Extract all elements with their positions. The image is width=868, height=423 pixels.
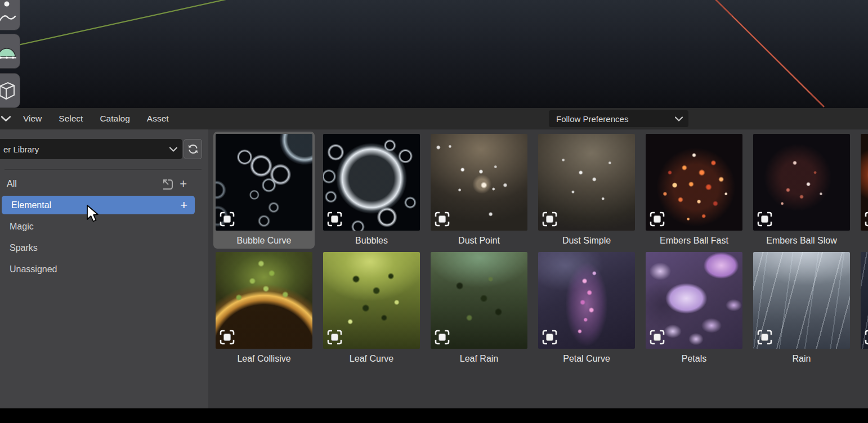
asset-tile-bubble-curve[interactable]: Bubble Curve [213, 132, 315, 249]
object-type-badge-icon [220, 212, 235, 227]
catalog-row-icons: + [180, 196, 187, 214]
asset-browser-main: er Library All + Elemental + Magic [0, 129, 868, 408]
asset-name [861, 231, 868, 246]
object-type-badge-icon [542, 212, 557, 227]
refresh-icon [187, 143, 199, 155]
plus-icon[interactable]: + [180, 178, 187, 190]
asset-thumbnail[interactable] [431, 252, 527, 349]
asset-name: Rain [753, 349, 850, 364]
viewport-axis-lines [0, 0, 868, 108]
object-type-badge-icon [220, 330, 235, 345]
catalog-sidebar: er Library All + Elemental + Magic [0, 129, 208, 408]
window-bottom-bar [0, 408, 868, 423]
object-type-badge-icon [435, 212, 450, 227]
asset-grid: Bubble Curve Bubbles Dust Point [208, 129, 868, 408]
dome-tool-icon [0, 40, 16, 62]
import-method-dropdown[interactable]: Follow Preferences [549, 110, 688, 127]
catalog-item-magic[interactable]: Magic [0, 217, 208, 236]
asset-tile[interactable] [858, 250, 868, 367]
asset-name: Petals [646, 349, 742, 364]
asset-thumbnail[interactable] [538, 252, 635, 349]
asset-thumbnail[interactable] [323, 134, 420, 231]
asset-thumbnail[interactable] [646, 134, 742, 231]
asset-tile-dust-simple[interactable]: Dust Simple [536, 132, 637, 249]
catalog-item-unassigned[interactable]: Unassigned [0, 260, 208, 278]
object-type-badge-icon [327, 330, 342, 345]
chevron-down-icon [675, 116, 683, 122]
asset-tile[interactable] [858, 132, 868, 249]
plus-icon[interactable]: + [180, 200, 187, 211]
asset-name: Bubble Curve [216, 231, 312, 246]
asset-thumbnail[interactable] [216, 252, 312, 349]
asset-thumbnail[interactable] [216, 134, 312, 231]
asset-thumbnail[interactable] [646, 252, 742, 349]
menu-view[interactable]: View [15, 108, 50, 129]
asset-browser-header: View Select Catalog Asset Follow Prefere… [0, 108, 868, 129]
tool-button-curve[interactable] [0, 0, 20, 30]
object-type-badge-icon [757, 212, 772, 227]
asset-name: Leaf Curve [323, 349, 420, 364]
viewport-3d[interactable] [0, 0, 868, 108]
menu-catalog[interactable]: Catalog [91, 108, 138, 129]
asset-thumbnail[interactable] [753, 252, 850, 349]
sidebar-divider [5, 169, 202, 170]
object-type-badge-icon [757, 330, 772, 345]
asset-thumbnail[interactable] [753, 134, 850, 231]
object-type-badge-icon [650, 330, 665, 345]
asset-grid-row: Leaf Collisive Leaf Curve Leaf Rain [213, 250, 868, 367]
cube-tool-icon [0, 79, 17, 102]
asset-tile-embers-ball-slow[interactable]: Embers Ball Slow [751, 132, 852, 249]
asset-tile-leaf-collisive[interactable]: Leaf Collisive [213, 250, 315, 367]
object-type-badge-icon [865, 212, 868, 227]
catalog-item-all[interactable]: All + [0, 174, 208, 193]
asset-thumbnail[interactable] [861, 134, 868, 231]
chevron-down-icon [169, 147, 177, 152]
asset-library-value: er Library [0, 145, 169, 154]
asset-name: Embers Ball Slow [753, 231, 850, 246]
asset-name: Embers Ball Fast [646, 231, 742, 246]
object-type-badge-icon [542, 330, 557, 345]
tool-button-dome[interactable] [0, 34, 20, 69]
catalog-label: Magic [0, 222, 34, 232]
catalog-arrow-icon[interactable] [160, 178, 173, 190]
catalog-list: All + Elemental + Magic Sparks Unassigne… [0, 174, 208, 281]
asset-library-dropdown[interactable]: er Library [0, 139, 182, 159]
asset-name [861, 349, 868, 364]
mouse-cursor-icon [86, 205, 99, 224]
asset-grid-row: Bubble Curve Bubbles Dust Point [213, 132, 868, 249]
asset-tile-leaf-curve[interactable]: Leaf Curve [321, 250, 422, 367]
asset-name: Petal Curve [538, 349, 635, 364]
asset-thumbnail[interactable] [861, 252, 868, 349]
catalog-row-icons: + [160, 174, 187, 193]
curve-tool-icon [0, 0, 16, 28]
catalog-label: Unassigned [0, 264, 57, 274]
asset-tile-leaf-rain[interactable]: Leaf Rain [428, 250, 530, 367]
asset-name: Bubbles [323, 231, 420, 246]
asset-name: Leaf Collisive [216, 349, 312, 364]
object-type-badge-icon [327, 212, 342, 227]
object-type-badge-icon [865, 330, 868, 345]
asset-tile-bubbles[interactable]: Bubbles [321, 132, 422, 249]
editor-type-selector[interactable] [0, 116, 15, 122]
asset-tile-dust-point[interactable]: Dust Point [428, 132, 530, 249]
import-method-value: Follow Preferences [549, 114, 675, 124]
chevron-down-icon [1, 116, 11, 122]
asset-tile-petals[interactable]: Petals [643, 250, 745, 367]
catalog-label: Elemental [2, 200, 51, 210]
blender-window: View Select Catalog Asset Follow Prefere… [0, 0, 868, 423]
asset-thumbnail[interactable] [538, 134, 635, 231]
menu-select[interactable]: Select [50, 108, 91, 129]
asset-thumbnail[interactable] [323, 252, 420, 349]
asset-name: Dust Point [431, 231, 527, 246]
asset-tile-embers-ball-fast[interactable]: Embers Ball Fast [643, 132, 745, 249]
object-type-badge-icon [650, 212, 665, 227]
refresh-library-button[interactable] [184, 139, 202, 159]
asset-tile-petal-curve[interactable]: Petal Curve [536, 250, 637, 367]
menu-asset[interactable]: Asset [138, 108, 177, 129]
asset-thumbnail[interactable] [431, 134, 527, 231]
catalog-label: All [0, 179, 17, 189]
catalog-item-sparks[interactable]: Sparks [0, 238, 208, 257]
object-type-badge-icon [435, 330, 450, 345]
asset-tile-rain[interactable]: Rain [751, 250, 852, 367]
tool-button-cube[interactable] [0, 73, 20, 108]
